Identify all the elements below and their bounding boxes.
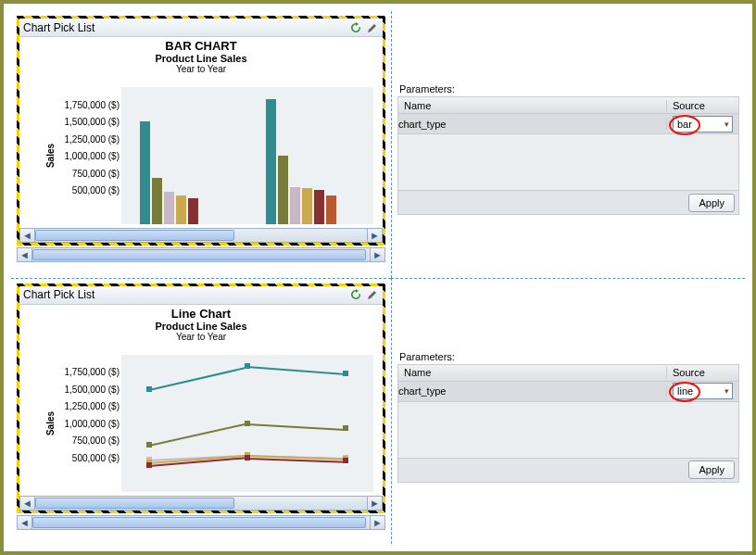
chart-title: BAR CHART [19, 37, 383, 53]
portlet-body: BAR CHART Product Line Sales Year to Yea… [19, 37, 383, 228]
source-select[interactable] [673, 116, 733, 132]
scroll-right-icon[interactable]: ► [367, 497, 382, 510]
portlet-title: Chart Pick List [23, 288, 94, 301]
bar [278, 156, 288, 224]
col-header-name: Name [398, 100, 667, 111]
scroll-thumb[interactable] [32, 249, 366, 260]
bar [140, 121, 150, 224]
bar [164, 192, 174, 224]
parameters-panel: Name Source chart_type ▾ Apply [397, 96, 739, 215]
edit-icon[interactable] [366, 288, 379, 301]
outer-hscroll[interactable]: ◄ ► [17, 247, 385, 262]
scroll-track[interactable] [35, 229, 367, 242]
chart-title: Line Chart [19, 305, 383, 321]
chart-hscroll[interactable]: ◄ ► [19, 228, 383, 243]
cell-bar-chart: Chart Pick List BAR CHART Product Line S… [11, 11, 391, 278]
ytick: 1,500,000 ($) [55, 117, 120, 127]
params-header-row: Name Source [398, 97, 738, 114]
ytick: 750,000 ($) [55, 435, 120, 446]
parameters-panel: Name Source chart_type ▾ Apply [397, 364, 739, 483]
scroll-track[interactable] [32, 248, 370, 261]
plot-area [121, 87, 373, 224]
cell-params-bar: Parameters: Name Source chart_type ▾ Ap [391, 11, 745, 278]
source-select[interactable] [673, 383, 733, 399]
param-row: chart_type ▾ [398, 114, 738, 134]
scroll-left-icon[interactable]: ◄ [20, 497, 35, 510]
apply-button[interactable]: Apply [688, 194, 735, 212]
scroll-left-icon[interactable]: ◄ [18, 248, 32, 261]
chart-portlet-bar: Chart Pick List BAR CHART Product Line S… [17, 16, 385, 246]
parameters-label: Parameters: [399, 351, 455, 362]
apply-button[interactable]: Apply [688, 460, 735, 479]
ytick: 1,000,000 ($) [55, 418, 120, 428]
data-point [343, 425, 348, 431]
col-header-name: Name [398, 367, 667, 378]
refresh-icon[interactable] [349, 21, 362, 34]
refresh-icon[interactable] [349, 288, 362, 301]
line-segment [149, 366, 247, 390]
ytick: 1,500,000 ($) [55, 384, 120, 394]
y-axis-label: Sales [45, 144, 56, 168]
chart-subtitle-2: Year to Year [19, 64, 383, 76]
param-name: chart_type [398, 385, 667, 397]
chart-subtitle-1: Product Line Sales [19, 53, 383, 64]
scroll-right-icon[interactable]: ► [367, 229, 382, 242]
chart-subtitle-1: Product Line Sales [19, 321, 383, 332]
params-header-row: Name Source [398, 365, 738, 382]
col-header-source: Source [667, 367, 738, 378]
bar [302, 188, 312, 224]
scroll-left-icon[interactable]: ◄ [20, 229, 35, 242]
chart-area: Sales 1,750,000 ($) 1,500,000 ($) 1,250,… [36, 355, 379, 492]
ytick: 500,000 ($) [55, 452, 120, 462]
scroll-thumb[interactable] [35, 230, 234, 241]
ytick: 1,750,000 ($) [55, 367, 120, 377]
chart-hscroll[interactable]: ◄ ► [19, 496, 383, 511]
parameters-label: Parameters: [399, 83, 455, 95]
bar [188, 198, 198, 224]
bar [326, 196, 336, 224]
bar [290, 187, 300, 224]
scroll-left-icon[interactable]: ◄ [18, 516, 32, 529]
chart-portlet-line: Chart Pick List Line Chart Product Line … [17, 284, 385, 513]
line-segment [247, 423, 346, 431]
bar [314, 190, 324, 224]
scroll-right-icon[interactable]: ► [370, 516, 384, 529]
bar [152, 178, 162, 224]
data-point [343, 458, 348, 463]
param-row: chart_type ▾ [398, 382, 738, 402]
scroll-thumb[interactable] [32, 517, 366, 528]
portlet-header: Chart Pick List [19, 19, 383, 37]
cell-line-chart: Chart Pick List Line Chart Product Line … [11, 278, 391, 545]
plot-area [121, 355, 373, 492]
chart-area: Sales 1,750,000 ($) 1,500,000 ($) 1,250,… [36, 87, 379, 224]
param-name: chart_type [398, 119, 667, 130]
y-axis-label: Sales [45, 410, 56, 435]
scroll-track[interactable] [32, 516, 370, 529]
scroll-track[interactable] [35, 497, 367, 510]
scroll-thumb[interactable] [35, 498, 234, 509]
bar [266, 99, 276, 224]
ytick: 750,000 ($) [55, 168, 120, 178]
outer-hscroll[interactable]: ◄ ► [17, 515, 385, 530]
scroll-right-icon[interactable]: ► [370, 248, 384, 261]
chart-subtitle-2: Year to Year [19, 332, 383, 344]
portlet-body: Line Chart Product Line Sales Year to Ye… [19, 305, 383, 496]
portlet-header: Chart Pick List [19, 286, 383, 305]
edit-icon[interactable] [366, 21, 379, 34]
ytick: 1,750,000 ($) [55, 99, 120, 109]
ytick: 500,000 ($) [55, 185, 120, 196]
col-header-source: Source [667, 100, 738, 111]
ytick: 1,250,000 ($) [55, 401, 120, 411]
app-frame: Chart Pick List BAR CHART Product Line S… [0, 0, 756, 555]
line-segment [149, 423, 247, 448]
cell-params-line: Parameters: Name Source chart_type ▾ Ap [391, 278, 745, 545]
portlet-title: Chart Pick List [23, 21, 94, 34]
ytick: 1,000,000 ($) [55, 151, 120, 161]
data-point [343, 371, 348, 376]
ytick: 1,250,000 ($) [55, 133, 120, 144]
bar [176, 196, 186, 224]
line-segment [247, 366, 346, 375]
